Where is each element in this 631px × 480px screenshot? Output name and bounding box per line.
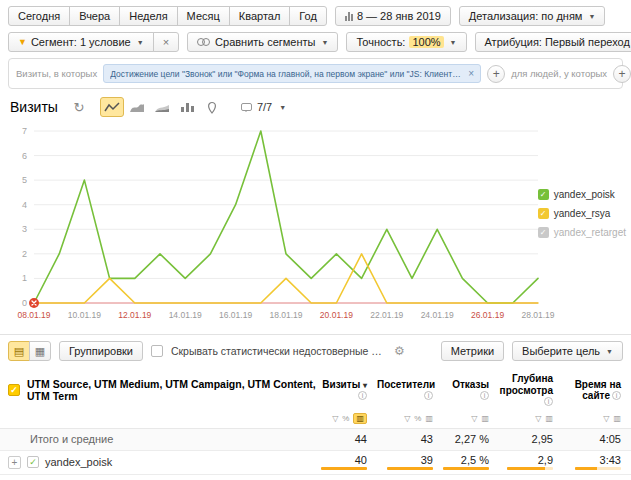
table-controls: ▤ ▦ Группировки Скрывать статистически н… [0,335,631,367]
legend-checkbox[interactable]: ✓ [538,208,549,219]
gear-icon[interactable]: ⚙ [394,344,405,358]
add-people-condition-button[interactable]: + [613,65,631,83]
column-filter-icon[interactable]: ▽ [332,414,338,423]
funnel-icon: ▼ [18,37,27,47]
legend-checkbox[interactable]: ✓ [538,227,549,238]
svg-text:24.01.19: 24.01.19 [421,310,454,320]
legend-item-yandex-retarget[interactable]: ✓ yandex_retarget [538,227,626,238]
legend-label: yandex_poisk [554,189,615,200]
svg-text:16.01.19: 16.01.19 [219,310,252,320]
groupings-button[interactable]: Группировки [59,341,143,361]
range-quarter-button[interactable]: Квартал [229,6,291,26]
filters-depth: ▽ ▥ [499,414,563,423]
area-chart-button[interactable] [125,97,149,117]
date-picker-button[interactable]: 8 — 28 янв 2019 [335,6,451,26]
precision-dropdown[interactable]: Точность: 100% ▼ [346,32,466,52]
goal-select-dropdown[interactable]: Выберите цель ▼ [512,341,623,361]
table-row: + ✓ yandex_rsya 4 4 0 % 3,5 7:45 [0,475,631,480]
compare-segments-label: Сравнить сегменты [215,36,315,48]
svg-text:4: 4 [22,200,27,210]
add-visit-condition-button[interactable]: + [487,65,505,83]
row-checkbox[interactable]: ✓ [27,456,39,468]
tree-view-button[interactable]: ▦ [29,341,51,361]
svg-text:12.01.19: 12.01.19 [118,310,151,320]
legend-item-yandex-rsya[interactable]: ✓ yandex_rsya [538,208,626,219]
bar-view-icon[interactable]: ▥ [481,414,489,423]
bar-chart-button[interactable] [175,97,199,117]
expand-row-button[interactable]: + [8,456,21,469]
column-filter-icon[interactable]: ▽ [404,414,410,423]
legend-checkbox[interactable]: ✓ [538,189,549,200]
chart-header: Визиты ↻ 7/7 ▼ [0,89,631,117]
info-icon[interactable]: i [358,391,367,400]
svg-text:0: 0 [22,298,27,308]
filters-bounce: ▽ ▥ [443,414,499,423]
svg-text:26.01.19: 26.01.19 [471,310,504,320]
close-icon: × [163,36,169,48]
range-month-button[interactable]: Месяц [177,6,230,26]
info-icon[interactable]: i [612,391,621,400]
refresh-icon[interactable]: ↻ [67,97,91,117]
info-icon[interactable]: i [424,391,433,400]
map-pin-button[interactable] [200,97,224,117]
goal-filter-chip[interactable]: Достижение цели "Звонок" или "Форма на г… [103,64,481,83]
percent-view-icon[interactable]: % [342,414,349,423]
select-all-checkbox[interactable]: ✓ [8,384,20,396]
column-header-visits[interactable]: Визиты ▾i [319,379,377,402]
table-header-row: ✓ UTM Source, UTM Medium, UTM Campaign, … [0,367,631,411]
totals-time: 4:05 [600,433,621,445]
info-icon[interactable]: i [544,397,553,406]
sort-desc-icon: ▾ [363,381,367,390]
column-header-bounce[interactable]: Отказыi [443,379,499,402]
value-bar [575,467,621,470]
segment-dropdown[interactable]: ▼ Сегмент: 1 условие ▼ [8,32,154,52]
range-year-button[interactable]: Год [289,6,327,26]
check-icon: ✓ [540,209,547,218]
list-view-button[interactable]: ▤ [8,341,30,361]
bar-view-icon[interactable]: ▥ [613,414,621,423]
column-header-time[interactable]: Время на сайтеi [563,379,631,402]
filters-visitors: ▽ % ▥ [377,414,443,423]
row-label[interactable]: yandex_poisk [45,456,112,468]
bar-view-icon[interactable]: ▥ [545,414,553,423]
hide-insignificant-label: Скрывать статистически недостоверные дан… [171,345,386,357]
range-today-button[interactable]: Сегодня [8,6,70,26]
value-bar [443,467,489,470]
line-chart-button[interactable] [100,97,124,117]
visits-line-chart[interactable]: 0123456708.01.1910.01.1912.01.1914.01.19… [0,117,631,329]
comment-bubble-icon [241,103,252,111]
goal-select-label: Выберите цель [522,345,600,357]
attribution-dropdown[interactable]: Атрибуция: Первый переход ▼ [475,32,631,52]
bar-view-icon[interactable]: ▥ [353,413,367,424]
check-icon: ✓ [29,457,37,467]
chart-legend: ✓ yandex_poisk ✓ yandex_rsya ✓ yandex_re… [538,189,626,238]
range-yesterday-button[interactable]: Вчера [69,6,120,26]
column-header-visitors[interactable]: Посетителиi [377,379,443,402]
metrics-button[interactable]: Метрики [441,341,504,361]
table-row: + ✓ yandex_poisk 40 39 2,5 % 2,9 3:43 [0,451,631,475]
percent-view-icon[interactable]: % [414,414,421,423]
bar-view-icon[interactable]: ▥ [425,414,433,423]
column-filter-icon[interactable]: ▽ [535,414,541,423]
compare-segments-dropdown[interactable]: Сравнить сегменты ▼ [187,32,338,52]
chip-remove-icon[interactable]: × [468,68,474,79]
svg-text:7: 7 [22,126,27,136]
column-header-depth[interactable]: Глубина просмотраi [499,373,563,408]
stacked-chart-button[interactable] [150,97,174,117]
segment-clear-button[interactable]: × [153,32,179,52]
dimension-header-label: UTM Source, UTM Medium, UTM Campaign, UT… [27,378,319,402]
chart-type-switcher [100,97,224,117]
cell-time: 3:43 [600,454,621,466]
chevron-down-icon: ▼ [588,13,595,20]
column-filter-icon[interactable]: ▽ [471,414,477,423]
column-filter-icon[interactable]: ▽ [603,414,609,423]
legend-item-yandex-poisk[interactable]: ✓ yandex_poisk [538,189,626,200]
hide-insignificant-checkbox[interactable] [151,345,163,357]
range-week-button[interactable]: Неделя [119,6,177,26]
comments-toggle[interactable]: 7/7 ▼ [233,97,294,117]
totals-label: Итого и средние [0,433,319,445]
detalization-dropdown[interactable]: Детализация: по дням ▼ [459,6,606,26]
svg-text:6: 6 [22,151,27,161]
info-icon[interactable]: i [480,391,489,400]
svg-text:2: 2 [22,249,27,259]
